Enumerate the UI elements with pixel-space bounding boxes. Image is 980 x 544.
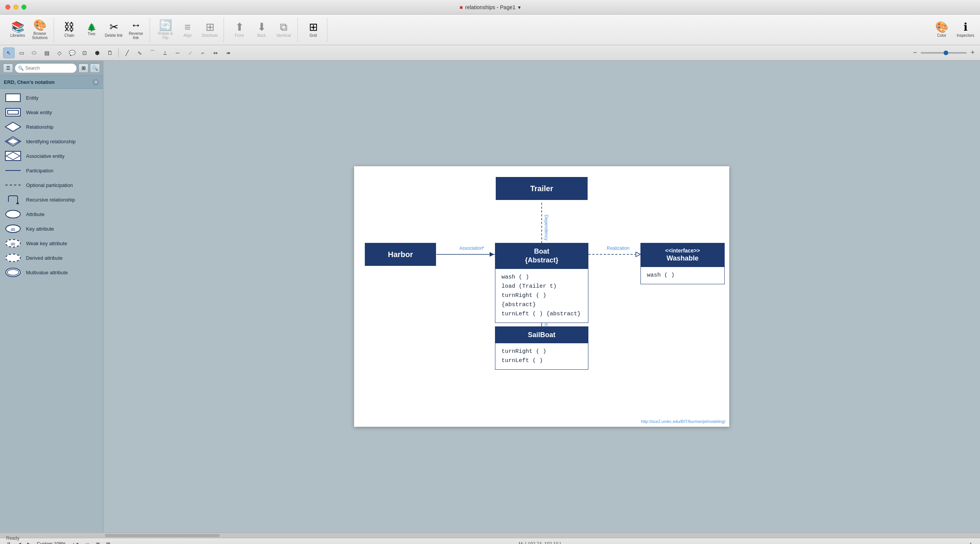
search-input[interactable]	[25, 66, 74, 71]
close-button[interactable]	[5, 5, 10, 10]
scroll-thumb[interactable]	[105, 534, 220, 537]
entity-icon	[5, 92, 21, 103]
sidebar-item-weak-key-attribute[interactable]: attr Weak key attribute	[0, 236, 103, 251]
sidebar-item-key-attribute[interactable]: attr Key attribute	[0, 221, 103, 236]
elbow-connector-tool[interactable]: ⌐	[197, 48, 209, 58]
diagram-canvas[interactable]: Dependency * Association Realization Gen…	[354, 166, 729, 427]
back-button[interactable]: ⬇ Back	[251, 18, 272, 42]
rotate-flip-button[interactable]: 🔄 Rotate & Flip	[155, 18, 176, 42]
vertical-connector-tool[interactable]: ⊥	[159, 48, 171, 58]
horizontal-scrollbar[interactable]	[0, 533, 980, 538]
view-fit-button[interactable]: ▭	[85, 541, 90, 544]
svg-marker-5	[16, 201, 19, 204]
sailboat-entity[interactable]: SailBoat turnRight ( ) turnLeft ( )	[495, 326, 588, 370]
sidebar-item-recursive-relationship[interactable]: Recursive relationship	[0, 192, 103, 207]
sidebar-item-relationship[interactable]: Relationship	[0, 120, 103, 134]
zoom-slider[interactable]	[921, 52, 967, 54]
identical-button[interactable]: ⧉ Identical	[273, 18, 294, 42]
next-page-button[interactable]: ▶	[27, 541, 31, 544]
sidebar-item-weak-entity[interactable]: Weak entity	[0, 105, 103, 120]
main-layout: ☰ 🔍 ⊞ 🔍 ERD, Chen's notation ✕ Entity	[0, 61, 980, 533]
washable-entity-body: wash ( )	[641, 267, 724, 284]
recursive-relationship-icon	[5, 194, 21, 205]
tree-button[interactable]: 🌲 Tree	[81, 18, 102, 42]
sidebar-item-entity[interactable]: Entity	[0, 90, 103, 105]
color-button[interactable]: 🎨 Color	[931, 18, 952, 42]
prev-page-button[interactable]: ◀	[18, 541, 21, 544]
zoom-stepper[interactable]: ▲▼	[72, 542, 79, 544]
link-group: ⛓ Chain 🌲 Tree ✂ Delete link ↔ Reverse l…	[56, 18, 150, 42]
view-page-button[interactable]: ▣	[96, 541, 100, 544]
sidebar-item-associative-entity[interactable]: Associative entity	[0, 149, 103, 163]
resize-handle[interactable]: ⤡	[969, 541, 974, 544]
titlebar: ■ relationships - Page1 ▾	[0, 0, 980, 15]
diagonal-connector-tool[interactable]: ⟋	[185, 48, 196, 58]
svg-text:Association: Association	[459, 246, 483, 251]
double-connector-tool[interactable]: ⇔	[210, 48, 221, 58]
arrange-group: 🔄 Rotate & Flip ≡ Align ⊞ Distribute	[152, 18, 224, 42]
sidebar-item-multivalue-attribute[interactable]: Multivalue attribute	[0, 265, 103, 280]
svg-marker-12	[490, 252, 494, 257]
front-button[interactable]: ⬆ Front	[229, 18, 250, 42]
diamond-tool[interactable]: ◇	[54, 48, 65, 58]
svg-text:Dependency: Dependency	[544, 215, 549, 240]
svg-text:Realization: Realization	[607, 246, 629, 251]
boat-entity[interactable]: Boat {Abstract} wash ( ) load (Trailer t…	[495, 243, 588, 323]
trailer-entity[interactable]: Trailer	[496, 177, 588, 200]
sidebar-header: ☰ 🔍 ⊞ 🔍	[0, 61, 103, 76]
weak-entity-icon	[5, 107, 21, 118]
identifying-relationship-icon	[5, 136, 21, 147]
line-tool[interactable]: ╱	[121, 48, 133, 58]
zoom-out-button[interactable]: −	[911, 48, 920, 57]
grid-view-button[interactable]: ⊞	[78, 64, 88, 73]
table-tool[interactable]: ▤	[41, 48, 52, 58]
zoom-in-button[interactable]: +	[968, 48, 977, 57]
search-icon: 🔍	[18, 66, 24, 71]
canvas-area[interactable]: Dependency * Association Realization Gen…	[103, 61, 980, 533]
sidebar-item-participation[interactable]: Participation	[0, 163, 103, 178]
ready-status: Ready	[6, 536, 20, 541]
harbor-entity[interactable]: Harbor	[365, 243, 436, 266]
align-button[interactable]: ≡ Align	[177, 18, 198, 42]
flow-tool[interactable]: ↠	[222, 48, 234, 58]
statusbar: ⏸ ◀ ▶ Custom 108% ▲▼ ▭ ▣ ▩ Ready M: [ 19…	[0, 538, 980, 544]
callout-tool[interactable]: 💬	[66, 48, 78, 58]
associative-entity-label: Associative entity	[26, 153, 64, 159]
zoom-bar: − +	[911, 48, 977, 57]
pause-button[interactable]: ⏸	[6, 541, 11, 544]
zoom-slider-thumb	[944, 51, 948, 55]
libraries-button[interactable]: 📚 Libraries	[7, 18, 28, 42]
category-close-button[interactable]: ✕	[92, 79, 99, 86]
distribute-button[interactable]: ⊞ Distribute	[199, 18, 220, 42]
washable-entity[interactable]: <<interface>> Washable wash ( )	[640, 243, 725, 284]
reverse-link-button[interactable]: ↔ Reverse link	[125, 18, 147, 42]
copy-style-tool[interactable]: ⊡	[79, 48, 90, 58]
mask-tool[interactable]: ⬢	[91, 48, 103, 58]
category-label: ERD, Chen's notation	[4, 79, 54, 85]
maximize-button[interactable]	[21, 5, 26, 10]
inspectors-button[interactable]: ℹ Inspectors	[955, 18, 976, 42]
arc-tool[interactable]: ⌒	[147, 48, 158, 58]
multivalue-attribute-icon	[5, 267, 21, 278]
sidebar-item-identifying-relationship[interactable]: Identifying relationship	[0, 134, 103, 149]
delete-link-button[interactable]: ✂ Delete link	[103, 18, 124, 42]
sailboat-entity-body: turnRight ( ) turnLeft ( )	[495, 343, 588, 369]
sidebar-item-derived-attribute[interactable]: Derived attribute	[0, 251, 103, 265]
note-tool[interactable]: 🗒	[104, 48, 116, 58]
list-view-button[interactable]: ☰	[3, 64, 13, 73]
rect-tool[interactable]: ▭	[16, 48, 27, 58]
view-full-button[interactable]: ▩	[106, 541, 110, 544]
chain-button[interactable]: ⛓ Chain	[59, 18, 80, 42]
traffic-lights	[5, 5, 26, 10]
search-box[interactable]: 🔍	[15, 63, 77, 73]
minimize-button[interactable]	[13, 5, 18, 10]
sidebar-item-attribute[interactable]: Attribute	[0, 207, 103, 221]
grid-button[interactable]: ⊞ Grid	[302, 18, 324, 42]
ellipse-tool[interactable]: ⬭	[28, 48, 40, 58]
select-tool[interactable]: ↖	[3, 48, 15, 58]
browse-solutions-button[interactable]: 🎨 Browse Solutions	[29, 18, 51, 42]
sidebar-search-button[interactable]: 🔍	[90, 64, 100, 73]
bezier-tool[interactable]: ∿	[134, 48, 145, 58]
horizontal-connector-tool[interactable]: ─	[172, 48, 183, 58]
sidebar-item-optional-participation[interactable]: Optional participation	[0, 178, 103, 192]
